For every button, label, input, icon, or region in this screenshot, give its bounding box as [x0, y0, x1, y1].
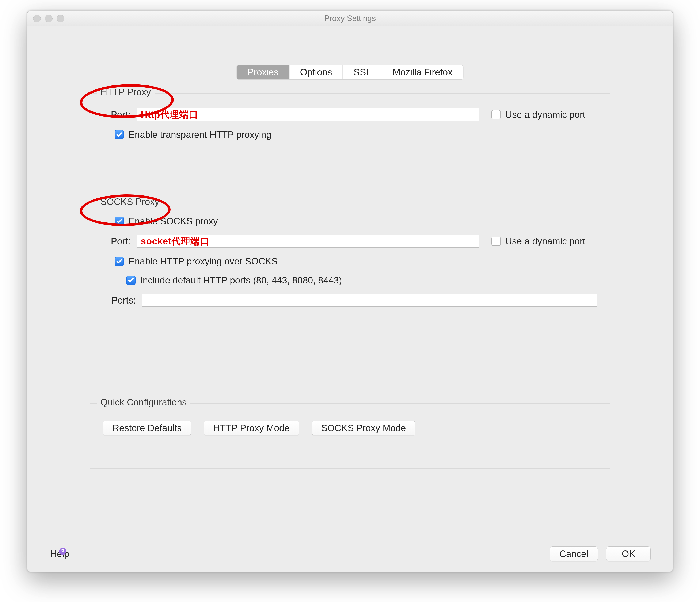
quick-configurations-legend: Quick Configurations — [97, 397, 191, 408]
http-dynamic-port-checkbox[interactable] — [492, 110, 501, 119]
socks-ports-label: Ports: — [102, 295, 136, 306]
http-port-input[interactable] — [137, 108, 479, 121]
socks-dynamic-port-label: Use a dynamic port — [505, 236, 585, 247]
restore-defaults-button[interactable]: Restore Defaults — [103, 421, 191, 435]
http-proxy-group: HTTP Proxy Port: Use a dynamic port Enab… — [90, 93, 610, 186]
socks-port-label: Port: — [103, 236, 130, 247]
http-proxy-legend: HTTP Proxy — [97, 87, 155, 97]
socks-http-over-socks-checkbox[interactable] — [115, 257, 124, 266]
tab-proxies[interactable]: Proxies — [237, 65, 290, 79]
help-icon: ? — [59, 548, 66, 555]
cancel-button[interactable]: Cancel — [550, 547, 598, 561]
socks-enable-label: Enable SOCKS proxy — [129, 216, 218, 226]
socks-proxy-legend: SOCKS Proxy — [97, 197, 163, 207]
http-port-label: Port: — [103, 109, 130, 120]
http-dynamic-port-label: Use a dynamic port — [505, 109, 585, 120]
window-title: Proxy Settings — [27, 14, 673, 23]
socks-enable-checkbox[interactable] — [115, 217, 124, 226]
settings-tabs: Proxies Options SSL Mozilla Firefox — [236, 65, 464, 80]
quick-configurations-group: Quick Configurations Restore Defaults HT… — [90, 403, 610, 469]
socks-ports-input[interactable] — [142, 294, 597, 307]
socks-include-default-ports-label: Include default HTTP ports (80, 443, 808… — [140, 275, 342, 285]
socks-proxy-group: SOCKS Proxy Enable SOCKS proxy Port: Use… — [90, 203, 610, 386]
socks-dynamic-port-checkbox[interactable] — [492, 236, 501, 246]
dialog-footer: Help ? Cancel OK — [27, 547, 673, 561]
proxy-settings-window: Proxy Settings Proxies Options SSL Mozil… — [27, 10, 673, 572]
http-transparent-checkbox[interactable] — [115, 130, 124, 139]
socks-port-input[interactable] — [137, 235, 479, 248]
tab-mozilla-firefox[interactable]: Mozilla Firefox — [382, 65, 463, 79]
socks-proxy-mode-button[interactable]: SOCKS Proxy Mode — [312, 421, 416, 435]
tab-ssl[interactable]: SSL — [343, 65, 382, 79]
main-panel: Proxies Options SSL Mozilla Firefox HTTP… — [77, 72, 623, 525]
titlebar: Proxy Settings — [27, 11, 673, 26]
http-transparent-label: Enable transparent HTTP proxying — [129, 129, 272, 140]
socks-http-over-socks-label: Enable HTTP proxying over SOCKS — [129, 256, 278, 267]
help-button[interactable]: Help ? — [49, 549, 70, 559]
tab-options[interactable]: Options — [290, 65, 343, 79]
ok-button[interactable]: OK — [606, 547, 651, 561]
socks-include-default-ports-checkbox[interactable] — [126, 276, 135, 285]
http-proxy-mode-button[interactable]: HTTP Proxy Mode — [204, 421, 299, 435]
